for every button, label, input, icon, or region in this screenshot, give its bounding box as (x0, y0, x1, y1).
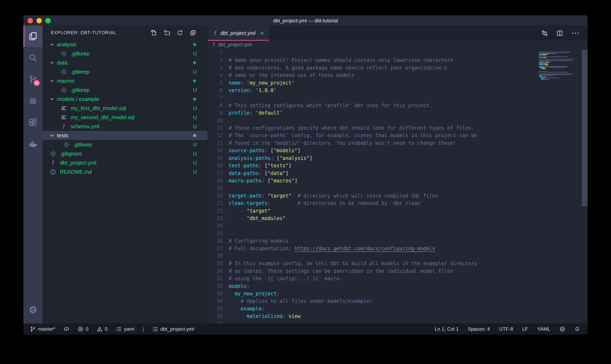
tab-dbt-project-yml[interactable]: ! dbt_project.yml × (208, 26, 269, 41)
tree-item-my-second-dbt-model-sql[interactable]: my_second_dbt_model.sqlU (42, 113, 208, 122)
line-number: 34 (208, 297, 223, 305)
git-folder-dot-badge (193, 98, 196, 101)
tree-item-dbt-project-yml[interactable]: !dbt_project.ymlU (42, 158, 208, 167)
code-line: 19​ (208, 184, 537, 192)
tree-item-data[interactable]: data (42, 58, 208, 67)
more-actions-icon[interactable]: ⋯ (571, 31, 580, 35)
tree-item-label: README.md (60, 169, 92, 175)
refresh-icon[interactable] (177, 30, 183, 36)
code-line: 10​ (208, 117, 537, 124)
collapse-all-icon[interactable] (190, 30, 196, 36)
vscode-window: dbt_project.yml — dbt-tutorial 11⚙ EXPLO… (23, 15, 588, 335)
new-file-icon[interactable] (151, 30, 157, 36)
tree-item--gitignore[interactable]: .gitignoreU (42, 149, 208, 158)
status-label: Ln 1, Col 1 (435, 326, 459, 332)
vertical-scrollbar[interactable] (582, 50, 588, 206)
tree-item-analysis[interactable]: analysis (42, 40, 208, 49)
status-label: dbt_project.yml (160, 326, 194, 332)
code-line: 22 - "target" (208, 207, 537, 215)
status-feedback-smiley[interactable] (559, 326, 565, 332)
file-tree: analysis.gitkeepUdata.gitkeepUmacros.git… (42, 40, 208, 176)
status-label: YAML (537, 326, 550, 332)
git-untracked-badge: U (193, 105, 197, 111)
tree-item--gitkeep[interactable]: .gitkeepU (42, 85, 208, 94)
git-untracked-badge: U (193, 69, 197, 75)
minimap[interactable] (539, 51, 581, 81)
status-bell[interactable] (574, 326, 580, 332)
split-editor-icon[interactable] (556, 30, 563, 37)
code-line: 15analysis-paths: ["analysis"] (208, 155, 537, 162)
tree-item--gitkeep[interactable]: .gitkeepU (42, 49, 208, 58)
tree-item-label: my_second_dbt_model.sql (71, 114, 135, 121)
tree-item-tests[interactable]: tests (42, 131, 208, 140)
activity-item-debug[interactable] (23, 90, 42, 111)
status-utf-8[interactable]: UTF-8 (499, 326, 513, 332)
line-number: 23 (208, 215, 223, 222)
code-line: 11# These configurations specify where d… (208, 124, 537, 132)
line-number: 11 (208, 124, 223, 132)
status-label: LF (522, 326, 528, 332)
status-0[interactable]: 0 (97, 326, 108, 332)
line-number: 7 (208, 94, 223, 102)
status-dbt-project-yml[interactable]: dbt_project.yml (152, 326, 194, 332)
activity-item-explorer[interactable] (23, 26, 42, 47)
code-line: 3# and underscores. A good package name … (208, 64, 537, 72)
tree-item-readme-md[interactable]: README.mdU (42, 167, 208, 176)
activity-item-settings[interactable]: ⚙ (23, 299, 42, 321)
new-folder-icon[interactable] (164, 30, 170, 36)
activity-item-docker[interactable] (23, 133, 42, 155)
code-line: 32models: (208, 283, 537, 290)
line-number: 20 (208, 192, 223, 200)
yaml-file-icon: ! (212, 42, 215, 48)
tree-item-label: dbt_project.yml (60, 160, 96, 166)
error-circle-icon (78, 326, 83, 332)
git-untracked-badge: U (193, 160, 197, 166)
title-bar: dbt_project.yml — dbt-tutorial (23, 16, 588, 26)
code-line: 24​ (208, 222, 537, 230)
code-line: 12# The `source-paths` config, for examp… (208, 132, 537, 139)
chevron-down-icon (50, 42, 55, 47)
tree-item-macros[interactable]: macros (42, 76, 208, 85)
line-number: 35 (208, 305, 223, 312)
line-number: 8 (208, 102, 223, 109)
close-tab-icon[interactable]: × (260, 30, 264, 36)
tree-item-label: .gitkeep (71, 87, 89, 93)
chevron-down-icon (50, 133, 55, 138)
git-untracked-badge: U (193, 169, 197, 175)
git-untracked-badge: U (193, 87, 197, 93)
line-number: 26 (208, 237, 223, 245)
status-yaml[interactable]: YAML (537, 326, 550, 332)
code-line: 16test-paths: ["tests"] (208, 162, 537, 169)
git-folder-dot-badge (193, 61, 196, 64)
code-editor[interactable]: 1​2# Name your project! Project names sh… (208, 49, 588, 324)
status-spaces-4[interactable]: Spaces: 4 (468, 326, 490, 332)
tree-item-my-first-dbt-model-sql[interactable]: my_first_dbt_model.sqlU (42, 104, 208, 113)
tree-item--gitkeep[interactable]: .gitkeepU (42, 140, 208, 149)
tree-item-label: .gitkeep (73, 142, 92, 148)
code-line: 35 example: (208, 305, 537, 312)
activity-item-source-control[interactable]: 11 (23, 68, 42, 90)
status-ln-1-col-1[interactable]: Ln 1, Col 1 (435, 326, 459, 332)
tree-item-label: macros (57, 78, 75, 84)
status-yaml[interactable]: yaml (116, 326, 134, 332)
line-number: 12 (208, 132, 223, 139)
status-cloud-upload[interactable] (64, 326, 69, 332)
tree-item-schema-yml[interactable]: !schema.ymlU (42, 122, 208, 131)
bell-icon (574, 326, 580, 332)
git-file-icon (61, 69, 67, 75)
activity-item-search[interactable] (23, 47, 42, 68)
status-label: Spaces: 4 (468, 326, 490, 332)
breadcrumb-file: dbt_project.yml (218, 42, 252, 48)
breadcrumb[interactable]: ! dbt_project.yml (208, 41, 588, 49)
compare-changes-icon[interactable] (541, 30, 548, 37)
status-lf[interactable]: LF (522, 326, 528, 332)
explorer-title: EXPLORER: DBT-TUTORIAL (51, 30, 151, 35)
status-divider: | (143, 326, 144, 332)
status-0[interactable]: 0 (78, 326, 88, 332)
tree-item--gitkeep[interactable]: .gitkeepU (42, 67, 208, 76)
status-master[interactable]: master* (30, 326, 55, 332)
tree-item-models-example[interactable]: models / example (42, 94, 208, 104)
activity-item-extensions[interactable] (23, 111, 42, 133)
editor-actions: ⋯ (541, 26, 588, 41)
explorer-header: EXPLORER: DBT-TUTORIAL (42, 26, 208, 40)
